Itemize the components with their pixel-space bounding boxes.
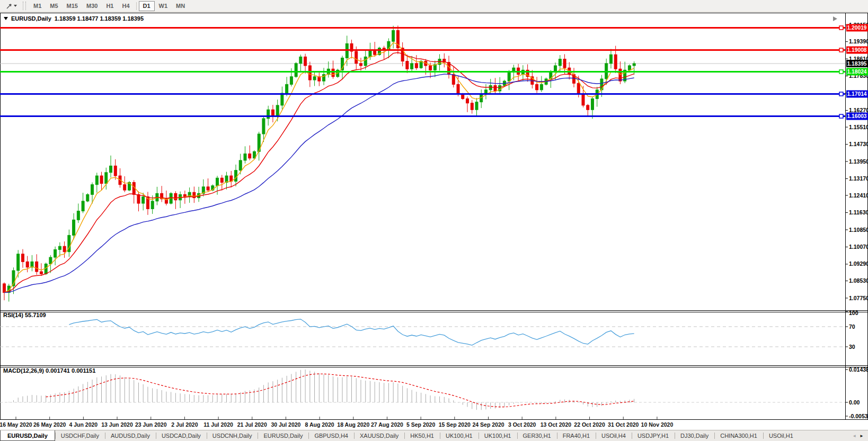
chart-tab-GBPUSD-H4[interactable]: GBPUSD,H4 [308, 430, 354, 441]
candle-body [462, 94, 464, 98]
candle-body [457, 84, 459, 94]
timeframe-button-group: M1M5M15M30H1H4D1W1MN [29, 1, 189, 11]
chart-tab-DJ30-Daily[interactable]: DJ30,Daily [675, 430, 714, 441]
rsi-indicator-label: RSI(14) 55.7109 [3, 312, 46, 318]
candle-body [540, 84, 543, 89]
date-label: 13 Oct 2020 [541, 421, 571, 428]
chart-tab-USOil-H1[interactable]: USOil,H1 [763, 430, 799, 441]
date-label: 5 Sep 2020 [406, 421, 435, 428]
time-axis[interactable]: 16 May 202026 May 20204 Jun 202013 Jun 2… [0, 420, 868, 430]
candle-body [40, 272, 42, 274]
candle-body [619, 69, 622, 81]
y-axis-label: 1.16270 [849, 107, 868, 113]
candle-body [587, 105, 589, 110]
candle-body [207, 187, 209, 190]
level-anchor-1.19008[interactable] [839, 48, 843, 52]
candle-body [369, 50, 371, 57]
candle-body [332, 69, 334, 77]
candle-body [563, 59, 566, 68]
current-price-label: 1.18395 [847, 61, 866, 67]
candle-body [17, 254, 20, 271]
chart-tab-CHINA300-H1[interactable]: CHINA300,H1 [714, 430, 763, 441]
chart-tab-USDCAD-Daily[interactable]: USDCAD,Daily [156, 430, 207, 441]
candle-body [406, 61, 409, 69]
level-anchor-1.16003[interactable] [839, 114, 843, 118]
chart-tab-GER30-H1[interactable]: GER30,H1 [517, 430, 557, 441]
date-label: 24 Sep 2020 [472, 421, 504, 428]
timeframe-button-H1[interactable]: H1 [102, 1, 118, 11]
candle-body [216, 178, 219, 186]
chart-tab-USDCNH-Daily[interactable]: USDCNH,Daily [207, 430, 258, 441]
chart-tab-HK50-H1[interactable]: HK50,H1 [404, 430, 440, 441]
timeframe-button-D1[interactable]: D1 [139, 1, 155, 11]
candle-body [304, 57, 307, 66]
chart-tab-FRA40-H1[interactable]: FRA40,H1 [557, 430, 596, 441]
date-label: 13 Jun 2020 [101, 421, 133, 428]
level-anchor-1.17014[interactable] [839, 92, 843, 96]
candle-body [276, 105, 279, 116]
candle-body [110, 166, 112, 172]
candle-body [359, 64, 362, 66]
chart-title: EURUSD,Daily 1.18359 1.18477 1.18359 1.1… [4, 15, 144, 22]
date-label: 18 Aug 2020 [337, 421, 369, 428]
level-anchor-1.18024[interactable] [839, 70, 843, 74]
y-axis-label: 1.07750 [849, 295, 868, 301]
toolbar-grip[interactable] [23, 2, 26, 10]
candle-body [415, 64, 418, 68]
y-axis-label: 1.12410 [849, 192, 868, 199]
candle-body [559, 59, 561, 66]
tab-scroll-left-icon[interactable]: ◄ [852, 434, 856, 438]
candle-body [364, 57, 367, 66]
candle-body [174, 193, 177, 200]
level-anchor-1.20019[interactable] [839, 26, 843, 30]
chart-tab-XAUUSD-Daily[interactable]: XAUUSD,Daily [354, 430, 404, 441]
candle-body [452, 75, 455, 85]
timeframe-button-M30[interactable]: M30 [82, 1, 102, 11]
candle-body [54, 249, 57, 257]
candle-body [123, 185, 126, 190]
chart-tab-USOil-H4[interactable]: USOil,H4 [596, 430, 632, 441]
candle-body [105, 173, 108, 184]
timeframe-button-MN[interactable]: MN [172, 1, 189, 11]
timeframe-button-M5[interactable]: M5 [46, 1, 62, 11]
tab-scroll-right-icon[interactable]: ► [860, 434, 864, 438]
macd-axis-label: 0.014384 [849, 366, 868, 373]
candle-body [614, 55, 617, 69]
candle-body [374, 50, 376, 55]
candle-body [313, 77, 316, 80]
date-label: 8 Aug 2020 [305, 421, 334, 428]
rsi-axis-label: 30 [849, 344, 855, 350]
level-price-label: 1.16003 [847, 113, 866, 119]
chart-tab-USDCHF-Daily[interactable]: USDCHF,Daily [55, 430, 105, 441]
candle-body [249, 154, 251, 158]
macd-axis-label: -0.005396 [849, 413, 868, 419]
chart-symbol-label: EURUSD,Daily [11, 15, 51, 22]
candle-body [137, 194, 140, 203]
collapse-icon[interactable] [4, 17, 8, 20]
y-axis-label: 1.13950 [849, 158, 868, 165]
candle-body [244, 154, 246, 160]
chart-tab-EURUSD-Daily[interactable]: EURUSD,Daily [258, 430, 308, 441]
chart-canvas[interactable]: 1.201501.193901.186101.178301.170501.162… [0, 13, 868, 420]
chart-tab-AUDUSD-Daily[interactable]: AUDUSD,Daily [105, 430, 156, 441]
candle-body [633, 64, 635, 66]
chart-tab-USDJPY-H1[interactable]: USDJPY,H1 [632, 430, 675, 441]
candle-body [21, 254, 24, 262]
candle-body [26, 262, 29, 267]
timeframe-button-W1[interactable]: W1 [155, 1, 172, 11]
timeframe-button-M1[interactable]: M1 [29, 1, 46, 11]
date-label: 15 Sep 2020 [439, 421, 471, 428]
dropdown-caret-icon[interactable] [14, 5, 17, 7]
timeframe-button-M15[interactable]: M15 [63, 1, 82, 11]
toolbar: M1M5M15M30H1H4D1W1MN [0, 0, 868, 12]
chart-tool-button[interactable] [2, 1, 21, 11]
level-price-label: 1.18024 [847, 69, 866, 75]
timeframe-button-H4[interactable]: H4 [118, 1, 134, 11]
chart-tab-UK100-H1[interactable]: UK100,H1 [479, 430, 517, 441]
y-axis-label: 1.10070 [849, 244, 868, 250]
candle-body [609, 55, 612, 64]
chart-tab-EURUSD-Daily[interactable]: EURUSD,Daily [0, 430, 55, 441]
chart-tab-UK100-H1[interactable]: UK100,H1 [440, 430, 479, 441]
date-label: 26 May 2020 [33, 421, 66, 428]
candle-body [628, 66, 631, 70]
